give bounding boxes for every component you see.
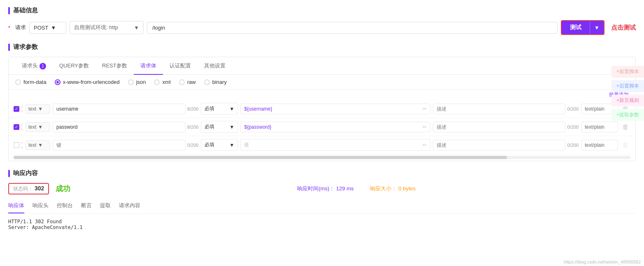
value-placeholder-3: 值	[244, 141, 249, 148]
request-label: 请求	[15, 24, 26, 31]
type-value-1: text	[28, 106, 36, 112]
edit-icon-1[interactable]: ✏	[423, 106, 427, 112]
value-input-3[interactable]: 值 ✏	[240, 139, 430, 151]
method-value: POST	[34, 25, 48, 31]
tab-auth-config[interactable]: 认证配置	[163, 57, 198, 74]
scrollbar-track[interactable]	[14, 156, 630, 159]
table-row: ↑ ↓ text ▼ 8/200 必填 ▼ ${username}	[9, 100, 635, 118]
desc-input-2[interactable]	[433, 122, 566, 132]
basic-info-title: 基础信息	[8, 7, 636, 14]
click-hint: 点击测试	[611, 24, 636, 32]
radio-json[interactable]: json	[128, 79, 146, 85]
sort-arrows-3[interactable]: ↑ ↓	[21, 141, 23, 149]
desc-cell-2: 0/200	[433, 122, 579, 132]
type-select-2[interactable]: text ▼	[26, 122, 50, 132]
radio-binary[interactable]: binary	[204, 79, 227, 85]
radio-x-www-form[interactable]: x-www-from-urlencoded	[55, 79, 120, 85]
key-cell-2: 8/200	[53, 122, 198, 132]
desc-input-1[interactable]	[433, 104, 566, 114]
desc-input-3[interactable]	[433, 140, 566, 150]
required-arrow-2: ▼	[230, 124, 235, 130]
required-mark: *	[8, 25, 10, 31]
checkbox-cell-1: ↑ ↓	[14, 105, 23, 113]
required-value-2: 必填	[205, 123, 214, 130]
desc-count-2: 0/200	[567, 125, 579, 130]
delete-btn-3: 🗑	[621, 140, 630, 150]
status-badge: 状态码： 302	[8, 183, 49, 194]
type-arrow-2: ▼	[38, 124, 43, 130]
response-time-value: 129 ms	[336, 185, 354, 192]
delete-btn-2[interactable]: 🗑	[621, 122, 630, 132]
type-value-2: text	[28, 124, 36, 130]
tab-rest-params[interactable]: REST参数	[95, 57, 134, 74]
resp-tab-console[interactable]: 控制台	[57, 199, 73, 213]
tab-query-params[interactable]: QUERY参数	[53, 57, 95, 74]
key-input-1[interactable]	[53, 104, 186, 114]
pre-script-btn[interactable]: +前置脚本	[611, 66, 644, 78]
table-row: ↑ ↓ text ▼ 0/200 必填 ▼ 值	[9, 136, 635, 154]
type-value-3: text	[28, 142, 36, 148]
response-title: 响应内容	[8, 169, 636, 177]
checkbox-2[interactable]	[14, 124, 19, 130]
resp-tab-extract[interactable]: 提取	[100, 199, 111, 213]
new-rule-btn[interactable]: +新言规则	[611, 95, 644, 106]
batch-add-row: 批量添加	[9, 90, 635, 100]
required-select-3[interactable]: 必填 ▼	[201, 139, 238, 151]
key-input-3[interactable]	[53, 140, 186, 150]
env-value: 自用测试环境: http	[74, 24, 118, 31]
test-button[interactable]: 测试	[562, 21, 590, 34]
post-script-btn[interactable]: +后置脚本	[611, 80, 644, 92]
right-sidebar: +前置脚本 +后置脚本 +新言规则 +提取参数	[611, 66, 644, 121]
env-select[interactable]: 自用测试环境: http ▼	[70, 21, 144, 34]
desc-count-1: 0/200	[567, 106, 579, 111]
resp-tab-assert[interactable]: 断言	[81, 199, 92, 213]
content-type-2: text/plain	[581, 122, 618, 132]
resp-tab-request-content[interactable]: 请求内容	[119, 199, 140, 213]
sort-up-2: ↑	[21, 123, 23, 127]
response-time: 响应时间(ms)： 129 ms	[297, 185, 353, 192]
required-select-1[interactable]: 必填 ▼	[201, 103, 238, 115]
edit-icon-3[interactable]: ✏	[423, 142, 427, 148]
response-time-label: 响应时间(ms)：	[297, 185, 335, 192]
test-dropdown-arrow[interactable]: ▼	[590, 21, 604, 34]
key-cell-3: 0/200	[53, 140, 198, 150]
response-tabs: 响应体 响应头 控制台 断言 提取 请求内容	[8, 199, 636, 214]
edit-icon-2[interactable]: ✏	[423, 124, 427, 130]
desc-cell-1: 0/200	[433, 104, 579, 114]
tab-request-body[interactable]: 请求体	[134, 57, 163, 74]
required-select-2[interactable]: 必填 ▼	[201, 121, 238, 133]
radio-json-label: json	[136, 79, 146, 85]
type-select-1[interactable]: text ▼	[26, 104, 50, 114]
sort-down-2: ↓	[21, 127, 23, 131]
type-select-3[interactable]: text ▼	[26, 140, 50, 150]
sort-arrows-1[interactable]: ↑ ↓	[21, 105, 23, 113]
scrollbar-thumb	[14, 156, 507, 159]
checkbox-1[interactable]	[14, 106, 19, 112]
sort-arrows-2[interactable]: ↑ ↓	[21, 123, 23, 131]
sort-up-1: ↑	[21, 105, 23, 109]
value-input-2[interactable]: ${password} ✏	[240, 122, 430, 132]
radio-binary-circle	[204, 79, 210, 85]
basic-info-section: 基础信息 * 请求 POST ▼ 自用测试环境: http ▼ 测试 ▼ 点击测…	[8, 7, 636, 35]
tab-request-header[interactable]: 请求头1	[15, 57, 53, 74]
radio-form-data[interactable]: form-data	[15, 79, 46, 85]
method-select[interactable]: POST ▼	[29, 22, 66, 34]
header-badge: 1	[40, 63, 46, 69]
response-size-label: 响应大小：	[370, 185, 397, 192]
key-input-2[interactable]	[53, 122, 186, 132]
type-arrow-1: ▼	[38, 106, 43, 112]
params-panel: 请求头1 QUERY参数 REST参数 请求体 认证配置 其他设置 form-d…	[8, 57, 636, 161]
resp-tab-body[interactable]: 响应体	[8, 199, 24, 213]
checkbox-3[interactable]	[14, 142, 19, 148]
tab-other-settings[interactable]: 其他设置	[198, 57, 232, 74]
key-count-3: 0/200	[187, 143, 199, 148]
extract-params-btn[interactable]: +提取参数	[611, 109, 644, 121]
radio-xml[interactable]: xml	[154, 79, 170, 85]
content-type-3: text/plain	[581, 140, 618, 150]
sort-up-3: ↑	[21, 141, 23, 145]
value-input-1[interactable]: ${username} ✏	[240, 104, 430, 114]
env-arrow: ▼	[134, 25, 139, 31]
url-input[interactable]	[147, 22, 558, 34]
resp-tab-header[interactable]: 响应头	[33, 199, 49, 213]
radio-raw[interactable]: raw	[179, 79, 196, 85]
